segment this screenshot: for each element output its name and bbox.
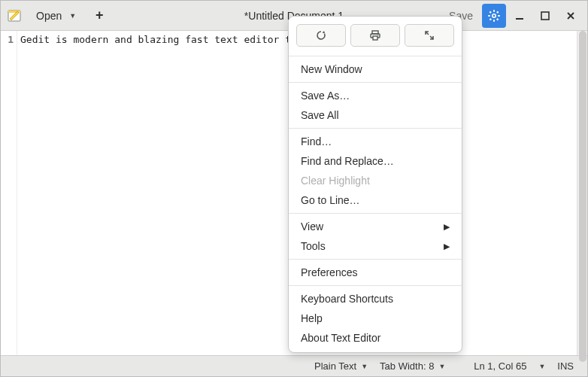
menu-shortcuts[interactable]: Keyboard Shortcuts: [289, 289, 462, 309]
new-tab-button[interactable]: +: [89, 5, 110, 26]
scrollbar-thumb[interactable]: [579, 31, 586, 362]
ins-mode[interactable]: INS: [551, 360, 580, 372]
menu-help[interactable]: Help: [289, 309, 462, 328]
close-icon: [565, 11, 576, 21]
statusbar: Plain Text ▼ Tab Width: 8 ▼ Ln 1, Col 65…: [1, 355, 587, 376]
syntax-selector[interactable]: Plain Text ▼: [308, 360, 374, 372]
menu-toolbar: [289, 21, 462, 53]
caret-down-icon: ▼: [538, 363, 545, 370]
svg-rect-3: [493, 20, 495, 22]
tab-width-selector[interactable]: Tab Width: 8 ▼: [374, 360, 451, 372]
caret-down-icon: ▼: [438, 363, 445, 370]
fullscreen-icon: [424, 30, 435, 41]
menu-separator: [289, 259, 462, 260]
hamburger-menu-button[interactable]: [482, 4, 506, 28]
menu-separator: [289, 128, 462, 129]
reload-icon: [315, 29, 327, 41]
maximize-button[interactable]: [533, 4, 557, 28]
menu-find-replace[interactable]: Find and Replace…: [289, 151, 462, 171]
print-button[interactable]: [350, 24, 400, 47]
menu-save-all[interactable]: Save All: [289, 105, 462, 125]
menu-tools-label: Tools: [301, 240, 326, 252]
submenu-arrow-icon: ▶: [444, 242, 450, 251]
position-label: Ln 1, Col 65: [474, 360, 526, 372]
close-button[interactable]: [559, 4, 583, 28]
titlebar-left: Open ▼ +: [5, 5, 110, 26]
gear-icon: [488, 10, 500, 22]
svg-rect-10: [516, 18, 523, 20]
menu-separator: [289, 56, 462, 56]
syntax-label: Plain Text: [314, 360, 356, 372]
caret-down-icon: ▼: [69, 12, 76, 20]
menu-about[interactable]: About Text Editor: [289, 328, 462, 348]
submenu-arrow-icon: ▶: [444, 222, 450, 232]
svg-rect-4: [488, 15, 490, 17]
open-button[interactable]: Open ▼: [26, 6, 86, 26]
menu-separator: [289, 82, 462, 83]
tab-width-label: Tab Width: 8: [380, 360, 434, 372]
menu-view-label: View: [301, 220, 323, 233]
open-label: Open: [36, 10, 62, 22]
app-window: Open ▼ + *Untitled Document 1 Save: [0, 0, 588, 377]
svg-point-15: [377, 35, 379, 36]
cursor-position[interactable]: Ln 1, Col 65: [468, 360, 532, 372]
reload-button[interactable]: [296, 24, 346, 47]
line-gutter: 1: [1, 31, 17, 355]
svg-rect-14: [373, 36, 377, 40]
app-icon: [5, 7, 23, 25]
vertical-scrollbar[interactable]: [577, 31, 587, 355]
fullscreen-button[interactable]: [405, 24, 454, 47]
minimize-button[interactable]: [508, 4, 532, 28]
menu-find[interactable]: Find…: [289, 132, 462, 151]
print-icon: [369, 29, 381, 41]
caret-down-icon: ▼: [361, 363, 368, 370]
titlebar-right: Save: [441, 4, 583, 28]
svg-rect-2: [493, 10, 495, 12]
menu-new-window[interactable]: New Window: [289, 59, 462, 79]
menu-separator: [289, 213, 462, 214]
ins-label: INS: [557, 360, 574, 372]
menu-goto-line[interactable]: Go to Line…: [289, 190, 462, 210]
overwrite-selector[interactable]: ▼: [532, 363, 551, 370]
menu-tools[interactable]: Tools ▶: [289, 236, 462, 256]
menu-clear-highlight: Clear Highlight: [289, 171, 462, 190]
line-number: 1: [1, 34, 14, 45]
svg-rect-11: [541, 12, 549, 20]
svg-rect-5: [498, 15, 500, 17]
menu-save-as[interactable]: Save As…: [289, 86, 462, 105]
svg-rect-7: [496, 18, 499, 21]
menu-preferences[interactable]: Preferences: [289, 263, 462, 282]
svg-rect-9: [489, 17, 493, 20]
menu-separator: [289, 285, 462, 286]
hamburger-menu-popover: New Window Save As… Save All Find… Find …: [288, 16, 462, 353]
minimize-icon: [514, 11, 525, 21]
maximize-icon: [540, 11, 550, 21]
menu-view[interactable]: View ▶: [289, 217, 462, 236]
